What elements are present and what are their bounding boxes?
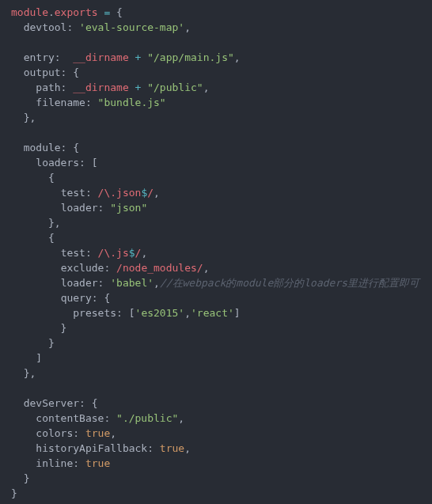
regex-body: \.js	[104, 247, 128, 259]
preset-0: 'es2015'	[135, 307, 185, 319]
val-colors: true	[85, 427, 110, 439]
val-historyapifallback: true	[160, 442, 184, 454]
key-colors: colors:	[36, 427, 79, 439]
val-loader: 'babel'	[110, 277, 153, 289]
regex-slash: /	[116, 262, 123, 274]
val-contentbase: "./public"	[116, 412, 178, 424]
regex-slash: /	[147, 187, 153, 199]
regex-slash: /	[197, 262, 203, 274]
key-entry: entry:	[24, 51, 61, 63]
token-plus: +	[129, 51, 147, 63]
code-block: module.exports = { devtool: 'eval-source…	[0, 0, 432, 504]
val-loader: "json"	[110, 202, 147, 214]
key-presets: presets:	[73, 307, 123, 319]
preset-1: 'react'	[191, 307, 234, 319]
token-dirname: __dirname	[73, 51, 128, 63]
key-devserver: devServer:	[24, 397, 85, 409]
token-dirname: __dirname	[73, 81, 128, 93]
token-module: module	[11, 6, 48, 18]
key-output-path: path:	[36, 81, 66, 93]
key-test: test:	[61, 247, 92, 259]
key-contentbase: contentBase:	[36, 412, 110, 424]
key-output: output:	[24, 66, 67, 78]
val-inline: true	[85, 457, 110, 469]
val-entry-path: "/app/main.js"	[147, 51, 234, 63]
key-loaders: loaders:	[36, 157, 85, 169]
token-dot: .	[48, 6, 55, 18]
key-inline: inline:	[36, 457, 79, 469]
key-output-filename: filename:	[36, 97, 91, 108]
key-historyapifallback: historyApiFallback:	[36, 442, 153, 454]
val-output-path: "/public"	[147, 81, 203, 93]
regex-body: \.json	[104, 187, 141, 199]
key-loader: loader:	[61, 277, 104, 289]
key-exclude: exclude:	[61, 262, 111, 274]
token-exports: exports	[55, 6, 98, 18]
key-loader: loader:	[61, 202, 104, 214]
key-test: test:	[61, 187, 92, 199]
token-plus: +	[129, 81, 147, 93]
val-devtool: 'eval-source-map'	[79, 21, 184, 33]
val-output-filename: "bundle.js"	[98, 97, 166, 108]
regex-body: node_modules	[123, 262, 197, 274]
key-query: query:	[61, 292, 98, 304]
comment: //在webpack的module部分的loaders里进行配置即可	[160, 277, 419, 289]
regex-dollar: $	[129, 247, 135, 259]
key-module: module:	[24, 142, 67, 153]
key-devtool: devtool:	[24, 21, 74, 33]
